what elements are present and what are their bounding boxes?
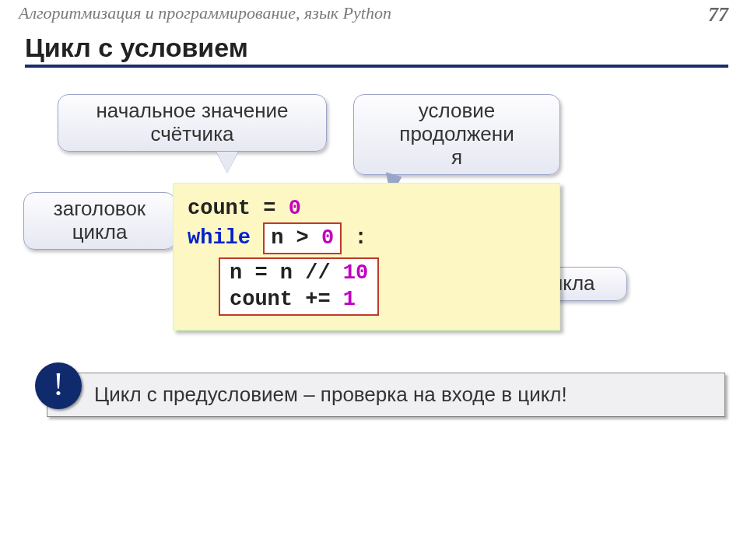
pointer-initial [216,152,238,173]
header-bar: Алгоритмизация и программирование, язык … [0,0,747,26]
code-body-line-1: n = n // 10 [230,261,368,287]
diagram-stage: начальное значение счётчика условие прод… [0,91,747,324]
body-frame: n = n // 10 count += 1 [219,257,379,317]
callout-loop-header: заголовок цикла [23,192,176,250]
code-line-2: while n > 0 : [188,222,545,254]
code-box: count = 0 while n > 0 : n = n // 10 coun… [173,183,560,331]
subject-text: Алгоритмизация и программирование, язык … [19,3,391,26]
code-line-1: count = 0 [188,194,545,222]
tip-text: Цикл с предусловием – проверка на входе … [94,383,567,406]
tip-box: ! Цикл с предусловием – проверка на вход… [47,373,725,417]
condition-frame: n > 0 [263,222,342,254]
slide-title: Цикл с условием [25,33,728,68]
callout-initial-value: начальное значение счётчика [58,94,327,152]
page-number: 77 [708,3,728,26]
exclamation-icon: ! [35,362,82,409]
code-body-line-2: count += 1 [230,287,368,313]
callout-condition: условие продолжени я [353,94,560,175]
